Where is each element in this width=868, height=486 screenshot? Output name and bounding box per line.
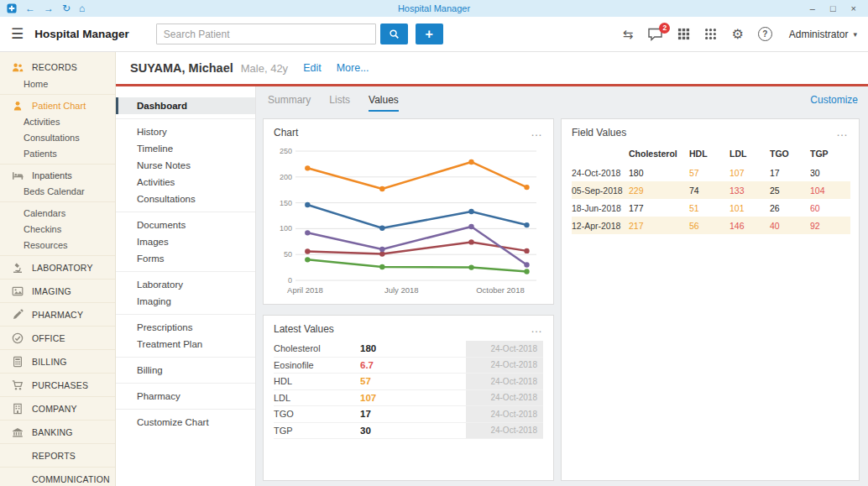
sidebar-item-patient-chart[interactable]: Patient Chart [0, 97, 115, 113]
sidebar-item-label: IMAGING [32, 286, 71, 296]
sidebar-item-communication[interactable]: COMMUNICATION [0, 470, 115, 486]
patient-nav-item-pharmacy[interactable]: Pharmacy [116, 388, 255, 405]
sidebar-item-label: PHARMACY [32, 310, 83, 320]
user-menu[interactable]: Administrator ▾ [789, 29, 857, 40]
patient-nav-item-nurse-notes[interactable]: Nurse Notes [116, 157, 255, 174]
latest-values-card: Latest Values … Cholesterol18024-Oct-201… [263, 315, 554, 481]
forward-icon[interactable]: → [44, 3, 54, 13]
sidebar-item-home[interactable]: Home [0, 76, 115, 91]
field-values-menu-icon[interactable]: … [836, 130, 849, 135]
search-bar: + [156, 24, 443, 44]
tab-summary[interactable]: Summary [268, 94, 311, 112]
latest-values-rows: Cholesterol18024-Oct-2018Eosinofile6.724… [264, 338, 553, 439]
more-link[interactable]: More... [337, 62, 369, 74]
patient-nav-item-customize-chart[interactable]: Customize Chart [116, 414, 255, 431]
field-values-row: 12-Apr-2018217561464092 [572, 217, 850, 234]
sidebar-group: Patient ChartActivitiesConsultationsPati… [0, 95, 115, 165]
refresh-icon[interactable]: ↻ [62, 3, 71, 13]
search-input[interactable] [156, 24, 376, 44]
svg-text:250: 250 [280, 147, 292, 155]
edit-link[interactable]: Edit [303, 62, 322, 74]
messages-icon[interactable]: 2 [647, 28, 663, 41]
patient-nav-label: History [137, 127, 167, 137]
sidebar-item-office[interactable]: OFFICE [0, 329, 115, 347]
patient-nav-item-billing[interactable]: Billing [116, 362, 255, 379]
sidebar-item-imaging[interactable]: IMAGING [0, 282, 115, 300]
content-area: DashboardHistoryTimelineNurse NotesActiv… [116, 86, 868, 486]
patient-nav-item-images[interactable]: Images [116, 233, 255, 250]
patient-nav-item-consultations[interactable]: Consultations [116, 191, 255, 207]
patient-nav-label: Consultations [137, 194, 196, 204]
sidebar-item-resources[interactable]: Resources [0, 237, 115, 253]
chart-menu-icon[interactable]: … [531, 130, 543, 135]
customize-link[interactable]: Customize [810, 94, 858, 106]
latest-value-field: Cholesterol [274, 341, 360, 357]
field-value-cell: 101 [729, 199, 770, 217]
patient-nav-item-prescriptions[interactable]: Prescriptions [116, 319, 255, 336]
sidebar-item-activities[interactable]: Activities [0, 113, 115, 129]
patient-nav-item-activities[interactable]: Activities [116, 174, 255, 191]
titlebar: ← → ↻ ⌂ Hospital Manager – □ × [0, 0, 868, 17]
close-icon[interactable]: × [851, 4, 856, 13]
latest-values-menu-icon[interactable]: … [531, 327, 543, 332]
latest-value-number: 180 [360, 341, 376, 357]
sidebar-item-reports[interactable]: REPORTS [0, 447, 115, 464]
field-values-col-header: TGP [810, 145, 850, 164]
maximize-icon[interactable]: □ [830, 4, 836, 13]
sidebar-item-label: OFFICE [32, 333, 65, 343]
sidebar-item-banking[interactable]: BANKING [0, 423, 115, 441]
minimize-icon[interactable]: – [810, 4, 815, 13]
sidebar-group: REPORTS [0, 444, 115, 468]
patient-nav-item-documents[interactable]: Documents [116, 217, 255, 233]
field-values-card: Field Values … CholesterolHDLLDLTGOTGP 2… [561, 118, 860, 481]
sync-icon[interactable]: ⇆ [623, 28, 634, 40]
modules-grid-icon[interactable] [704, 28, 717, 40]
patient-nav-label: Timeline [137, 144, 173, 154]
field-values-header: Field Values … [562, 119, 859, 142]
sidebar-item-purchases[interactable]: PURCHASES [0, 376, 115, 394]
apps-grid-icon[interactable] [677, 28, 690, 40]
home-icon[interactable]: ⌂ [79, 3, 85, 13]
sidebar-item-label: LABORATORY [32, 263, 93, 273]
patient-nav-label: Forms [137, 253, 165, 264]
patient-nav-item-treatment-plan[interactable]: Treatment Plan [116, 336, 255, 353]
field-value-cell: 74 [689, 181, 729, 199]
patient-nav-label: Imaging [137, 296, 171, 306]
latest-value-field: Eosinofile [274, 358, 360, 374]
app-sidebar: RECORDSHomePatient ChartActivitiesConsul… [0, 52, 116, 486]
sidebar-item-inpatients[interactable]: Inpatients [0, 167, 115, 183]
patient-nav-item-timeline[interactable]: Timeline [116, 140, 255, 157]
gear-icon[interactable]: ⚙ [731, 28, 743, 41]
menu-icon[interactable]: ☰ [11, 25, 24, 43]
patient-nav-item-forms[interactable]: Forms [116, 250, 255, 267]
patient-nav-group: Pharmacy [116, 383, 255, 409]
add-button[interactable]: + [416, 24, 443, 44]
sidebar-item-company[interactable]: COMPANY [0, 400, 115, 417]
app-title: Hospital Manager [34, 28, 129, 40]
field-values-row: 18-Jun-2018177511012660 [572, 199, 850, 217]
sidebar-item-billing[interactable]: BILLING [0, 353, 115, 370]
field-value-cell: 229 [629, 181, 689, 199]
sidebar-item-beds-calendar[interactable]: Beds Calendar [0, 183, 115, 199]
notification-badge: 2 [659, 23, 670, 34]
patient-nav-item-laboratory[interactable]: Laboratory [116, 276, 255, 293]
sidebar-item-pharmacy[interactable]: PHARMACY [0, 306, 115, 323]
tab-lists[interactable]: Lists [329, 94, 350, 112]
sidebar-item-consultations[interactable]: Consultations [0, 129, 115, 145]
search-button[interactable] [380, 24, 408, 44]
sidebar-item-calendars[interactable]: Calendars [0, 205, 115, 221]
patient-nav-item-history[interactable]: History [116, 123, 255, 140]
patient-nav-item-dashboard[interactable]: Dashboard [116, 97, 255, 114]
sidebar-item-patients[interactable]: Patients [0, 145, 115, 161]
sidebar-item-checkins[interactable]: Checkins [0, 221, 115, 237]
app-icon [7, 3, 17, 13]
sidebar-item-records[interactable]: RECORDS [0, 58, 115, 76]
patient-nav-item-imaging[interactable]: Imaging [116, 293, 255, 310]
sidebar-item-laboratory[interactable]: LABORATORY [0, 259, 115, 276]
svg-text:April 2018: April 2018 [287, 285, 323, 295]
back-icon[interactable]: ← [25, 3, 35, 13]
tab-values[interactable]: Values [369, 94, 399, 112]
help-icon[interactable]: ? [758, 27, 772, 41]
building-icon [12, 403, 24, 415]
latest-value-row: Cholesterol18024-Oct-2018 [274, 341, 543, 358]
